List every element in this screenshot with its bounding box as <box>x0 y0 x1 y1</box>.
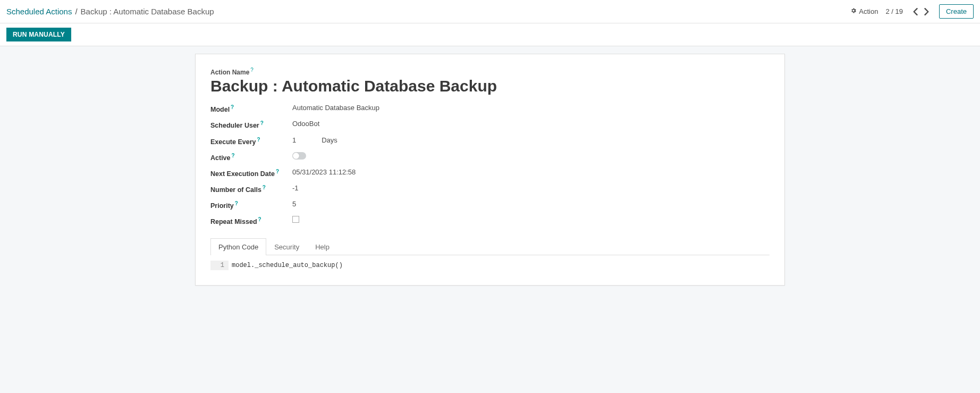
scheduler-user-value[interactable]: OdooBot <box>292 120 540 129</box>
status-bar: RUN MANUALLY <box>0 23 980 46</box>
next-execution-value[interactable]: 05/31/2023 11:12:58 <box>292 168 540 178</box>
help-icon[interactable]: ? <box>258 216 261 222</box>
tab-python-code[interactable]: Python Code <box>210 238 266 255</box>
priority-value[interactable]: 5 <box>292 200 540 210</box>
model-label: Model? <box>210 104 290 113</box>
repeat-missed-checkbox[interactable] <box>292 216 299 223</box>
help-icon[interactable]: ? <box>263 185 266 190</box>
action-dropdown-label: Action <box>859 7 878 15</box>
tab-help[interactable]: Help <box>307 238 337 255</box>
repeat-missed-value <box>292 216 540 225</box>
execute-every-label-text: Execute Every <box>210 138 256 146</box>
top-actions: Action 2 / 19 Create <box>850 4 974 19</box>
scheduler-user-label-text: Scheduler User <box>210 122 259 130</box>
execute-every-unit[interactable]: Days <box>322 136 337 146</box>
scheduler-user-label: Scheduler User? <box>210 120 290 129</box>
python-code-editor[interactable]: 1 model._schedule_auto_backup() <box>210 261 770 270</box>
action-name-group: Action Name? Backup : Automatic Database… <box>210 67 770 95</box>
pager-prev-button[interactable] <box>910 7 920 16</box>
next-execution-label-text: Next Execution Date <box>210 170 275 178</box>
form-sheet: Action Name? Backup : Automatic Database… <box>195 54 785 286</box>
execute-every-label: Execute Every? <box>210 136 290 146</box>
help-icon[interactable]: ? <box>257 137 260 143</box>
help-icon[interactable]: ? <box>276 169 279 174</box>
breadcrumb: Scheduled Actions / Backup : Automatic D… <box>6 7 850 16</box>
chevron-right-icon <box>924 8 930 15</box>
pager-counter[interactable]: 2 / 19 <box>885 7 903 15</box>
code-line[interactable]: model._schedule_auto_backup() <box>229 261 343 270</box>
action-name-label: Action Name <box>210 69 249 76</box>
execute-every-number[interactable]: 1 <box>292 136 296 146</box>
breadcrumb-current: Backup : Automatic Database Backup <box>81 7 214 16</box>
pager-next-button[interactable] <box>922 7 932 16</box>
next-execution-label: Next Execution Date? <box>210 168 290 178</box>
breadcrumb-separator: / <box>75 7 77 16</box>
number-of-calls-value[interactable]: -1 <box>292 184 540 194</box>
pager-arrows <box>910 7 932 16</box>
help-icon[interactable]: ? <box>231 104 234 110</box>
model-value[interactable]: Automatic Database Backup <box>292 104 540 113</box>
priority-label-text: Priority <box>210 202 234 210</box>
repeat-missed-label: Repeat Missed? <box>210 216 290 225</box>
breadcrumb-root-link[interactable]: Scheduled Actions <box>6 7 72 16</box>
content-area: Action Name? Backup : Automatic Database… <box>0 46 980 393</box>
form-grid: Model? Automatic Database Backup Schedul… <box>210 104 540 225</box>
run-manually-button[interactable]: RUN MANUALLY <box>6 28 71 41</box>
execute-every-value: 1 Days <box>292 136 540 146</box>
notebook-tabs: Python Code Security Help <box>210 238 770 255</box>
number-of-calls-label-text: Number of Calls <box>210 186 261 194</box>
repeat-missed-label-text: Repeat Missed <box>210 219 257 226</box>
active-label: Active? <box>210 152 290 162</box>
action-dropdown[interactable]: Action <box>850 7 878 15</box>
model-label-text: Model <box>210 106 230 113</box>
help-icon[interactable]: ? <box>250 67 254 73</box>
number-of-calls-label: Number of Calls? <box>210 184 290 194</box>
help-icon[interactable]: ? <box>232 153 235 158</box>
action-name-value[interactable]: Backup : Automatic Database Backup <box>210 77 770 95</box>
help-icon[interactable]: ? <box>235 200 238 206</box>
code-gutter: 1 <box>210 261 229 270</box>
top-bar: Scheduled Actions / Backup : Automatic D… <box>0 0 980 23</box>
toggle-knob-icon <box>293 153 299 159</box>
priority-label: Priority? <box>210 200 290 210</box>
gear-icon <box>850 7 857 15</box>
active-label-text: Active <box>210 154 231 162</box>
tab-security[interactable]: Security <box>266 238 307 255</box>
active-toggle[interactable] <box>292 152 306 160</box>
chevron-left-icon <box>913 8 918 15</box>
active-value <box>292 152 540 162</box>
help-icon[interactable]: ? <box>260 120 264 126</box>
create-button[interactable]: Create <box>939 4 974 19</box>
